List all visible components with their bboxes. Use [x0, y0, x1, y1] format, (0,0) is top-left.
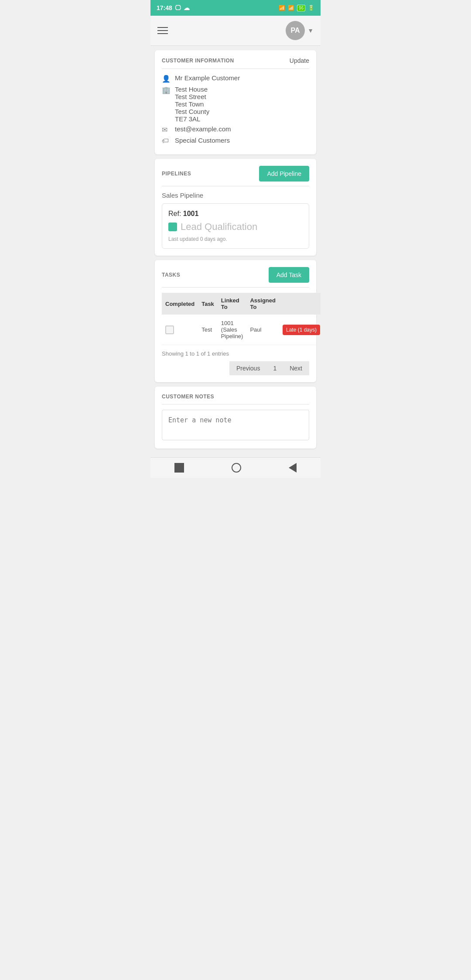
table-header-row: Completed Task Linked To Assigned To [162, 293, 321, 315]
table-row: Test 1001 (Sales Pipeline) Paul Late (1 … [162, 315, 321, 345]
customer-info-header: CUSTOMER INFORMATION Update [162, 57, 309, 69]
task-late-badge: Late (1 days) [283, 325, 320, 335]
cloud-icon: ☁ [184, 4, 190, 11]
battery-symbol: 🔋 [308, 5, 314, 11]
task-linked-cell: 1001 (Sales Pipeline) [218, 315, 247, 345]
task-checkbox[interactable] [165, 326, 174, 334]
user-avatar-area[interactable]: PA ▼ [286, 21, 314, 40]
signal-icon: 📶 [279, 5, 285, 11]
pipeline-item-card[interactable]: Ref: 1001 Lead Qualification Last update… [162, 203, 309, 249]
tasks-header: TASKS Add Task [162, 267, 309, 288]
tag-icon: 🏷 [162, 137, 171, 145]
customer-notes-title: CUSTOMER NOTES [162, 394, 214, 400]
tag-row: 🏷 Special Customers [162, 137, 309, 145]
stage-dot-icon [168, 223, 177, 231]
pipeline-ref: Ref: 1001 [168, 210, 303, 218]
address-line3: Test Town [175, 100, 209, 108]
customer-email: test@example.com [175, 125, 231, 133]
pagination: Previous 1 Next [162, 361, 309, 375]
task-name: Test [201, 326, 212, 333]
back-button[interactable] [289, 463, 297, 473]
customer-info-title: CUSTOMER INFORMATION [162, 58, 234, 64]
address-line4: Test County [175, 108, 209, 115]
status-right: 📶 📶 96 🔋 [279, 5, 314, 11]
pipeline-stage-row: Lead Qualification [168, 221, 303, 233]
customer-notes-input[interactable] [162, 410, 309, 440]
pagination-previous-button[interactable]: Previous [229, 361, 267, 375]
customer-name: Mr Example Customer [175, 74, 240, 82]
pipeline-name: Sales Pipeline [162, 192, 309, 199]
col-assigned-to: Assigned To [246, 293, 279, 315]
status-left: 17:48 🖵 ☁ [157, 4, 190, 11]
email-icon: ✉ [162, 126, 171, 134]
task-linked-line2: (Sales Pipeline) [221, 326, 243, 339]
pagination-page-number: 1 [267, 361, 283, 375]
home-button[interactable] [232, 463, 241, 473]
add-pipeline-button[interactable]: Add Pipeline [259, 166, 309, 182]
status-bar: 17:48 🖵 ☁ 📶 📶 96 🔋 [150, 0, 321, 16]
address-row: 🏢 Test House Test Street Test Town Test … [162, 86, 309, 123]
address-line2: Test Street [175, 93, 209, 100]
postcode: TE7 3AL [175, 115, 209, 123]
main-content: CUSTOMER INFORMATION Update 👤 Mr Example… [150, 46, 321, 453]
task-assigned-to: Paul [250, 326, 261, 333]
pipeline-ref-number: 1001 [183, 210, 199, 217]
avatar: PA [286, 21, 305, 40]
pipelines-card: PIPELINES Add Pipeline Sales Pipeline Re… [155, 159, 316, 256]
update-link[interactable]: Update [290, 57, 309, 64]
tasks-title: TASKS [162, 272, 180, 278]
building-icon: 🏢 [162, 86, 171, 94]
col-completed: Completed [162, 293, 198, 315]
email-row: ✉ test@example.com [162, 125, 309, 134]
task-linked-line1: 1001 [221, 320, 234, 326]
customer-info-card: CUSTOMER INFORMATION Update 👤 Mr Example… [155, 50, 316, 154]
stage-label: Lead Qualification [181, 221, 257, 233]
person-icon: 👤 [162, 75, 171, 83]
tasks-card: TASKS Add Task Completed Task Linked To … [155, 260, 316, 382]
address-line1: Test House [175, 86, 209, 93]
customer-notes-card: CUSTOMER NOTES [155, 387, 316, 449]
task-badge-cell: Late (1 days) [279, 315, 321, 345]
address-block: Test House Test Street Test Town Test Co… [175, 86, 209, 123]
menu-button[interactable] [157, 27, 168, 34]
chevron-down-icon: ▼ [307, 27, 314, 34]
customer-notes-header: CUSTOMER NOTES [162, 394, 309, 404]
pipelines-header: PIPELINES Add Pipeline [162, 166, 309, 186]
task-name-cell: Test [198, 315, 218, 345]
status-time: 17:48 [157, 4, 172, 11]
add-task-button[interactable]: Add Task [269, 267, 309, 283]
pagination-next-button[interactable]: Next [283, 361, 309, 375]
col-task: Task [198, 293, 218, 315]
entries-count: Showing 1 to 1 of 1 entries [162, 350, 309, 357]
tasks-table: Completed Task Linked To Assigned To Tes… [162, 293, 321, 345]
pipelines-title: PIPELINES [162, 171, 191, 177]
task-completed-cell [162, 315, 198, 345]
col-linked-to: Linked To [218, 293, 247, 315]
customer-name-row: 👤 Mr Example Customer [162, 74, 309, 83]
stop-button[interactable] [174, 463, 184, 473]
top-nav: PA ▼ [150, 16, 321, 46]
wifi-icon: 📶 [288, 5, 294, 11]
task-assigned-cell: Paul [246, 315, 279, 345]
customer-tag: Special Customers [175, 137, 230, 144]
screen-icon: 🖵 [175, 4, 181, 11]
bottom-nav [150, 457, 321, 478]
pipeline-updated: Last updated 0 days ago. [168, 236, 303, 242]
battery-icon: 96 [297, 5, 305, 11]
